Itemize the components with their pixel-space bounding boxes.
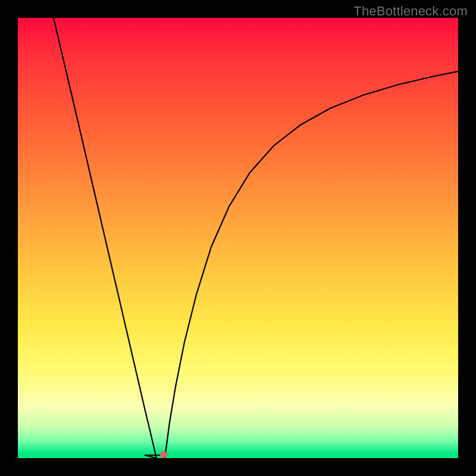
plot-area <box>18 18 458 458</box>
watermark-text: TheBottleneck.com <box>353 4 468 19</box>
chart-frame: TheBottleneck.com <box>0 0 476 476</box>
minimum-marker <box>160 452 168 458</box>
curve-svg <box>18 18 458 458</box>
bottleneck-curve <box>54 18 458 458</box>
